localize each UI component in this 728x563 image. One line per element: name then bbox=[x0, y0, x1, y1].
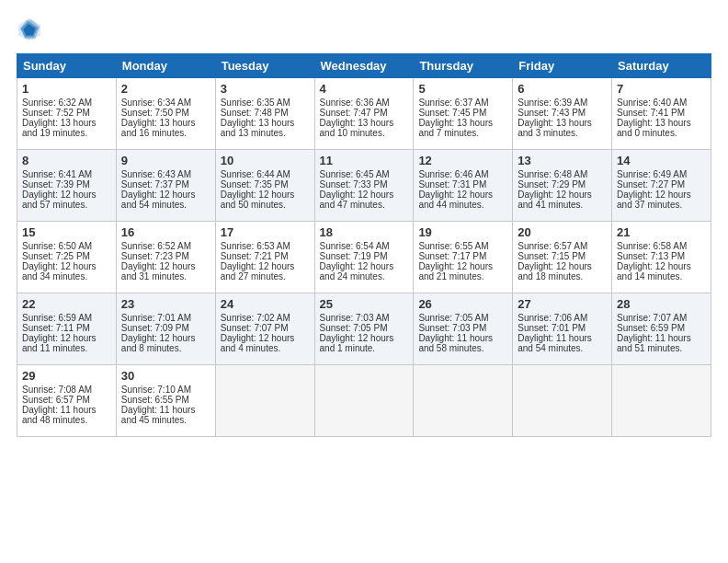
header bbox=[17, 17, 711, 42]
day-number: 27 bbox=[518, 297, 607, 311]
daylight-text: Daylight: 12 hours and 8 minutes. bbox=[121, 333, 196, 353]
sunrise-text: Sunrise: 7:02 AM bbox=[221, 313, 290, 323]
calendar-cell: 16 Sunrise: 6:52 AM Sunset: 7:23 PM Dayl… bbox=[116, 222, 215, 293]
calendar-cell: 27 Sunrise: 7:06 AM Sunset: 7:01 PM Dayl… bbox=[513, 293, 612, 365]
calendar-cell: 24 Sunrise: 7:02 AM Sunset: 7:07 PM Dayl… bbox=[215, 293, 314, 365]
daylight-text: Daylight: 13 hours and 7 minutes. bbox=[418, 118, 493, 138]
col-header-tuesday: Tuesday bbox=[215, 54, 314, 78]
day-number: 29 bbox=[22, 369, 111, 383]
daylight-text: Daylight: 12 hours and 24 minutes. bbox=[320, 261, 394, 282]
daylight-text: Daylight: 12 hours and 18 minutes. bbox=[518, 261, 592, 282]
col-header-wednesday: Wednesday bbox=[314, 54, 414, 78]
day-number: 7 bbox=[617, 82, 706, 96]
sunset-text: Sunset: 6:59 PM bbox=[617, 323, 685, 333]
col-header-monday: Monday bbox=[116, 54, 215, 78]
calendar-cell bbox=[414, 365, 513, 437]
sunset-text: Sunset: 7:21 PM bbox=[221, 251, 289, 261]
daylight-text: Daylight: 12 hours and 37 minutes. bbox=[617, 190, 691, 210]
col-header-thursday: Thursday bbox=[414, 54, 513, 78]
daylight-text: Daylight: 13 hours and 13 minutes. bbox=[221, 118, 295, 138]
sunset-text: Sunset: 7:27 PM bbox=[617, 179, 685, 190]
daylight-text: Daylight: 11 hours and 54 minutes. bbox=[518, 333, 592, 353]
sunrise-text: Sunrise: 6:52 AM bbox=[121, 241, 191, 251]
calendar-cell: 12 Sunrise: 6:46 AM Sunset: 7:31 PM Dayl… bbox=[414, 150, 513, 222]
header-row: SundayMondayTuesdayWednesdayThursdayFrid… bbox=[17, 54, 711, 78]
daylight-text: Daylight: 12 hours and 1 minute. bbox=[320, 333, 394, 353]
calendar-cell: 26 Sunrise: 7:05 AM Sunset: 7:03 PM Dayl… bbox=[414, 293, 513, 365]
sunrise-text: Sunrise: 7:06 AM bbox=[518, 313, 587, 323]
calendar-cell: 29 Sunrise: 7:08 AM Sunset: 6:57 PM Dayl… bbox=[17, 365, 117, 437]
calendar-cell: 10 Sunrise: 6:44 AM Sunset: 7:35 PM Dayl… bbox=[215, 150, 314, 222]
calendar-cell: 7 Sunrise: 6:40 AM Sunset: 7:41 PM Dayli… bbox=[612, 78, 711, 150]
week-row-1: 1 Sunrise: 6:32 AM Sunset: 7:52 PM Dayli… bbox=[17, 78, 711, 150]
daylight-text: Daylight: 12 hours and 31 minutes. bbox=[121, 261, 196, 282]
sunrise-text: Sunrise: 6:54 AM bbox=[320, 241, 390, 251]
calendar-cell: 13 Sunrise: 6:48 AM Sunset: 7:29 PM Dayl… bbox=[513, 150, 612, 222]
logo-icon bbox=[17, 17, 42, 42]
sunrise-text: Sunrise: 6:45 AM bbox=[320, 169, 390, 179]
daylight-text: Daylight: 12 hours and 57 minutes. bbox=[22, 190, 97, 210]
day-number: 30 bbox=[121, 369, 210, 383]
sunset-text: Sunset: 7:11 PM bbox=[22, 323, 90, 333]
calendar-cell: 1 Sunrise: 6:32 AM Sunset: 7:52 PM Dayli… bbox=[17, 78, 117, 150]
daylight-text: Daylight: 12 hours and 14 minutes. bbox=[617, 261, 691, 282]
sunrise-text: Sunrise: 7:05 AM bbox=[418, 313, 488, 323]
calendar-cell: 20 Sunrise: 6:57 AM Sunset: 7:15 PM Dayl… bbox=[513, 222, 612, 293]
calendar-cell bbox=[513, 365, 612, 437]
sunset-text: Sunset: 7:37 PM bbox=[121, 179, 189, 190]
sunrise-text: Sunrise: 6:32 AM bbox=[22, 98, 92, 108]
col-header-sunday: Sunday bbox=[17, 54, 117, 78]
day-number: 25 bbox=[320, 297, 409, 311]
day-number: 17 bbox=[221, 225, 310, 239]
sunset-text: Sunset: 7:07 PM bbox=[221, 323, 289, 333]
logo bbox=[17, 17, 46, 42]
daylight-text: Daylight: 12 hours and 41 minutes. bbox=[518, 190, 592, 210]
daylight-text: Daylight: 11 hours and 48 minutes. bbox=[22, 405, 97, 425]
sunset-text: Sunset: 7:17 PM bbox=[418, 251, 486, 261]
calendar-cell: 8 Sunrise: 6:41 AM Sunset: 7:39 PM Dayli… bbox=[17, 150, 117, 222]
sunrise-text: Sunrise: 7:01 AM bbox=[121, 313, 191, 323]
calendar-table: SundayMondayTuesdayWednesdayThursdayFrid… bbox=[17, 53, 711, 437]
sunrise-text: Sunrise: 7:10 AM bbox=[121, 385, 191, 395]
day-number: 3 bbox=[221, 82, 310, 96]
daylight-text: Daylight: 12 hours and 54 minutes. bbox=[121, 190, 196, 210]
day-number: 2 bbox=[121, 82, 210, 96]
day-number: 5 bbox=[418, 82, 507, 96]
calendar-cell: 28 Sunrise: 7:07 AM Sunset: 6:59 PM Dayl… bbox=[612, 293, 711, 365]
calendar-cell: 23 Sunrise: 7:01 AM Sunset: 7:09 PM Dayl… bbox=[116, 293, 215, 365]
daylight-text: Daylight: 12 hours and 47 minutes. bbox=[320, 190, 394, 210]
daylight-text: Daylight: 11 hours and 45 minutes. bbox=[121, 405, 196, 425]
calendar-cell bbox=[215, 365, 314, 437]
daylight-text: Daylight: 12 hours and 27 minutes. bbox=[221, 261, 295, 282]
day-number: 20 bbox=[518, 225, 607, 239]
day-number: 6 bbox=[518, 82, 607, 96]
day-number: 21 bbox=[617, 225, 706, 239]
sunset-text: Sunset: 7:25 PM bbox=[22, 251, 90, 261]
daylight-text: Daylight: 11 hours and 51 minutes. bbox=[617, 333, 691, 353]
daylight-text: Daylight: 13 hours and 19 minutes. bbox=[22, 118, 97, 138]
calendar-cell: 14 Sunrise: 6:49 AM Sunset: 7:27 PM Dayl… bbox=[612, 150, 711, 222]
sunset-text: Sunset: 7:50 PM bbox=[121, 108, 189, 118]
calendar-cell: 25 Sunrise: 7:03 AM Sunset: 7:05 PM Dayl… bbox=[314, 293, 414, 365]
sunset-text: Sunset: 7:13 PM bbox=[617, 251, 685, 261]
day-number: 13 bbox=[518, 154, 607, 167]
sunset-text: Sunset: 7:03 PM bbox=[418, 323, 486, 333]
calendar-cell: 3 Sunrise: 6:35 AM Sunset: 7:48 PM Dayli… bbox=[215, 78, 314, 150]
calendar-cell: 11 Sunrise: 6:45 AM Sunset: 7:33 PM Dayl… bbox=[314, 150, 414, 222]
sunrise-text: Sunrise: 6:50 AM bbox=[22, 241, 92, 251]
day-number: 24 bbox=[221, 297, 310, 311]
sunrise-text: Sunrise: 6:40 AM bbox=[617, 98, 687, 108]
daylight-text: Daylight: 11 hours and 58 minutes. bbox=[418, 333, 493, 353]
sunrise-text: Sunrise: 6:49 AM bbox=[617, 169, 687, 179]
sunrise-text: Sunrise: 7:07 AM bbox=[617, 313, 687, 323]
week-row-3: 15 Sunrise: 6:50 AM Sunset: 7:25 PM Dayl… bbox=[17, 222, 711, 293]
sunset-text: Sunset: 7:19 PM bbox=[320, 251, 388, 261]
sunrise-text: Sunrise: 6:37 AM bbox=[418, 98, 488, 108]
sunrise-text: Sunrise: 6:44 AM bbox=[221, 169, 290, 179]
sunset-text: Sunset: 7:31 PM bbox=[418, 179, 486, 190]
daylight-text: Daylight: 12 hours and 11 minutes. bbox=[22, 333, 97, 353]
sunset-text: Sunset: 6:55 PM bbox=[121, 395, 189, 405]
sunset-text: Sunset: 7:01 PM bbox=[518, 323, 586, 333]
daylight-text: Daylight: 13 hours and 10 minutes. bbox=[320, 118, 394, 138]
sunrise-text: Sunrise: 6:35 AM bbox=[221, 98, 290, 108]
